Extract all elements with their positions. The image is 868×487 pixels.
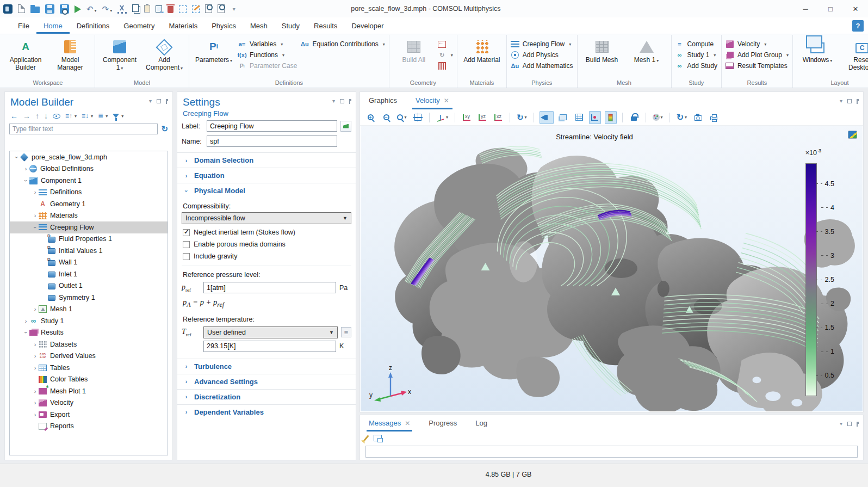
grid-icon[interactable] (573, 111, 585, 124)
add-study-button[interactable]: ∞Add Study (675, 61, 717, 70)
tree-item-datasets[interactable]: ›Datasets (10, 338, 168, 350)
panel-menu-icon[interactable]: ▾ (840, 421, 842, 427)
lock-view-icon[interactable] (628, 111, 640, 124)
section-physical-model[interactable]: › Physical Model (177, 183, 356, 198)
tree-chevron-icon[interactable]: › (32, 306, 39, 312)
menu-tab-definitions[interactable]: Definitions (70, 19, 117, 34)
tree-chevron-icon[interactable]: › (32, 353, 39, 359)
clear-messages-icon[interactable] (363, 435, 369, 441)
refresh-icon[interactable]: ↻ (161, 124, 168, 134)
tree-chevron-icon[interactable]: › (32, 189, 39, 195)
add-component-button[interactable]: Add Component▾ (142, 36, 186, 73)
table-message-icon[interactable] (374, 435, 382, 441)
zoom-in-icon[interactable]: + (364, 111, 376, 124)
minimize-button[interactable]: ─ (793, 0, 818, 17)
node-group-icon[interactable]: ≣ (98, 112, 103, 120)
panel-pin-icon[interactable] (857, 422, 859, 427)
tree-item-inlet-1[interactable]: Inlet 1 (10, 268, 168, 280)
name-input[interactable] (207, 135, 337, 147)
close-icon[interactable]: ✕ (405, 420, 410, 427)
add-material-button[interactable]: Add Material (460, 36, 504, 65)
panel-menu-icon[interactable]: ▾ (332, 98, 335, 104)
menu-tab-home[interactable]: Home (36, 19, 70, 34)
checkbox-enable-porous-media-domains[interactable]: Enable porous media domains (182, 238, 351, 250)
tree-item-component-1[interactable]: ›Component 1 (10, 175, 168, 187)
tree-item-fluid-properties-1[interactable]: Fluid Properties 1 (10, 233, 168, 245)
tree-chevron-icon[interactable]: › (22, 165, 29, 172)
redo-icon[interactable]: ↷▾ (102, 4, 113, 14)
velocity-plot-button[interactable]: Velocity▾ (726, 40, 789, 48)
parameters-button[interactable]: PiParameters▾ (192, 36, 235, 65)
parameter-case-button[interactable]: PiParameter Case (238, 61, 297, 70)
close-button[interactable]: ✕ (843, 0, 868, 17)
tree-item-symmetry-1[interactable]: Symmetry 1 (10, 292, 168, 304)
panel-float-icon[interactable] (157, 99, 161, 103)
tree-chevron-icon[interactable]: › (32, 411, 39, 418)
section-turbulence[interactable]: ›Turbulence (177, 359, 356, 374)
panel-float-icon[interactable] (847, 99, 852, 103)
rotate-view-icon[interactable]: ↻▾ (516, 111, 528, 124)
virtual-operations-button[interactable] (438, 61, 453, 70)
open-file-icon[interactable] (30, 7, 40, 13)
panel-pin-icon[interactable] (349, 99, 351, 104)
result-templates-button[interactable]: Result Templates (726, 61, 789, 70)
copy-icon[interactable] (132, 4, 139, 12)
rename-button[interactable] (340, 121, 351, 132)
new-file-icon[interactable] (18, 4, 25, 13)
close-icon[interactable]: ✕ (444, 97, 449, 104)
menu-tab-results[interactable]: Results (307, 19, 344, 34)
zoom-extents-icon[interactable] (412, 111, 424, 124)
tree-item-global-definitions[interactable]: ›Global Definitions (10, 163, 168, 175)
import-geometry-button[interactable] (438, 40, 453, 48)
panel-pin-icon[interactable] (166, 99, 168, 104)
go-to-view-icon[interactable]: ▾ (435, 111, 449, 124)
panel-menu-icon[interactable]: ▾ (840, 98, 842, 104)
snapshot-icon[interactable] (692, 111, 704, 124)
checkbox-neglect-inertial-term-stokes-flow[interactable]: Neglect inertial term (Stokes flow) (182, 226, 351, 238)
checkbox-box[interactable] (183, 241, 190, 248)
model-manager-button[interactable]: Model Manager (48, 36, 92, 73)
tree-item-creeping-flow[interactable]: ›Creeping Flow (10, 221, 168, 233)
compressibility-select[interactable]: Incompressible flow ▼ (182, 212, 351, 224)
menu-tab-materials[interactable]: Materials (162, 19, 204, 34)
section-advanced-settings[interactable]: ›Advanced Settings (177, 374, 356, 389)
tree-item-velocity[interactable]: ›Velocity (10, 397, 168, 409)
label-input[interactable] (207, 120, 337, 132)
menu-tab-developer[interactable]: Developer (344, 19, 390, 34)
tab-messages[interactable]: Messages✕ (367, 415, 412, 431)
menu-tab-study[interactable]: Study (275, 19, 307, 34)
tree-item-export[interactable]: ›Export (10, 409, 168, 421)
tree-item-definitions[interactable]: ›Definitions (10, 187, 168, 199)
view-xz-icon[interactable]: xz (492, 111, 504, 124)
reset-desktop-button[interactable]: CReset Desktop▾ (840, 36, 868, 73)
view-xy-icon[interactable]: xy (461, 111, 473, 124)
checkbox-box[interactable] (183, 253, 190, 260)
creeping-flow-button[interactable]: Creeping Flow▾ (511, 40, 573, 48)
section-discretization[interactable]: ›Discretization (177, 389, 356, 404)
move-down-arrow-icon[interactable]: ↓ (44, 112, 48, 120)
plot-axes-icon[interactable] (589, 111, 601, 124)
undo-icon[interactable]: ↶▾ (86, 4, 97, 14)
show-eye-icon[interactable] (53, 114, 60, 119)
tree-item-results[interactable]: ›Results (10, 327, 168, 339)
menu-tab-mesh[interactable]: Mesh (243, 19, 275, 34)
tab-log[interactable]: Log (473, 415, 489, 431)
compute-button[interactable]: =Compute (675, 40, 717, 48)
update-geometry-button[interactable]: ↻▾ (438, 51, 453, 59)
customize-toolbar-icon[interactable]: ▾ (230, 4, 238, 14)
windows-button[interactable]: Windows▾ (796, 36, 839, 65)
tree-chevron-icon[interactable]: › (32, 341, 39, 348)
tree-chevron-icon[interactable]: › (32, 212, 39, 219)
back-arrow-icon[interactable]: ← (10, 112, 18, 120)
study-1-button[interactable]: ∞Study 1▾ (675, 51, 717, 59)
tree-item-tables[interactable]: ›Tables (10, 362, 168, 374)
temperature-input[interactable] (203, 341, 336, 352)
temperature-list-button[interactable]: ≣ (341, 327, 351, 337)
application-builder-button[interactable]: AApplication Builder (4, 36, 47, 73)
transparency-icon[interactable] (557, 111, 569, 124)
plot-thumbnail-icon[interactable] (848, 131, 857, 139)
appearance-icon[interactable]: ▾ (652, 111, 664, 124)
tab-velocity[interactable]: Velocity✕ (412, 92, 452, 109)
tree-chevron-icon[interactable]: › (23, 177, 29, 184)
comsol-logo-icon[interactable] (3, 4, 13, 14)
